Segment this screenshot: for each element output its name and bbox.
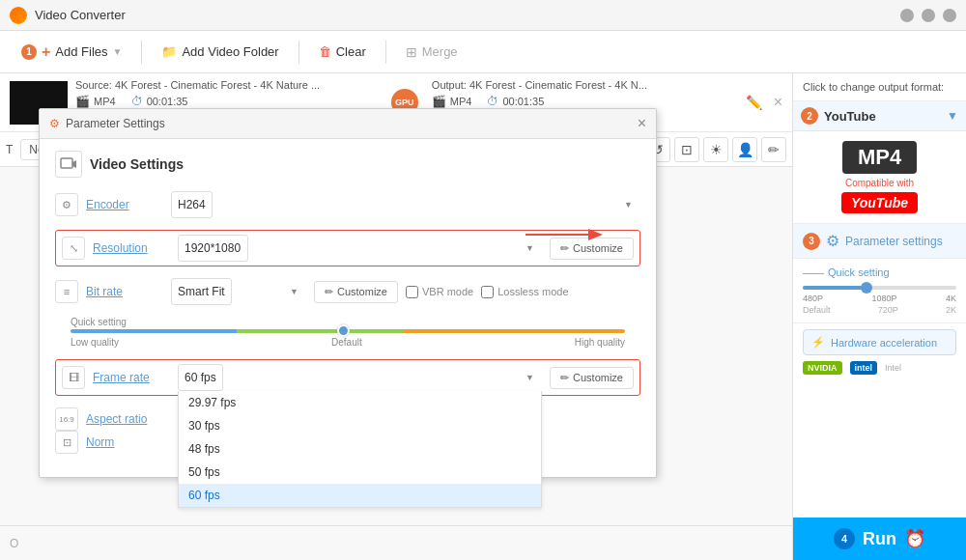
divider-3 (385, 41, 386, 64)
intel-badge: intel (850, 361, 878, 375)
crop-button[interactable]: ⊡ (674, 137, 699, 162)
output-format: 🎬 MP4 (432, 95, 472, 108)
format2-icon: 🎬 (432, 95, 446, 108)
qs-thumb[interactable] (861, 282, 872, 294)
resolution-select[interactable]: 1920*1080 (178, 235, 248, 262)
clock2-icon: ⏱ (487, 95, 498, 108)
encoder-label: Encoder (86, 198, 163, 211)
dropdown-item-48[interactable]: 48 fps (179, 437, 541, 461)
qs-1080p: 1080P (871, 294, 896, 303)
resolution-highlighted: ⤡ Resolution 1920*1080 ✏ Customize (55, 230, 640, 266)
qs-fill (803, 286, 865, 290)
vbr-input[interactable] (406, 286, 418, 298)
clear-button[interactable]: 🗑 Clear (307, 39, 378, 65)
hardware-acceleration-button[interactable]: ⚡ Hardware acceleration (803, 329, 956, 355)
aspect-ratio-label: Aspect ratio (86, 412, 163, 426)
bitrate-select[interactable]: Smart Fit (171, 278, 232, 305)
qs-labels-top: 480P 1080P 4K (803, 294, 956, 303)
quality-slider-container: Quick setting Low quality Default High q… (71, 317, 625, 348)
lossless-checkbox[interactable]: Lossless mode (481, 286, 568, 298)
format-selector[interactable]: 2 YouTube ▼ (793, 101, 966, 131)
window-controls (900, 9, 956, 22)
nvidia-badge: NVIDIA (803, 361, 842, 375)
lossless-input[interactable] (481, 286, 494, 298)
fr-cust-icon: ✏ (560, 372, 569, 384)
add-files-button[interactable]: 1 + Add Files ▼ (10, 38, 133, 67)
low-quality-label: Low quality (71, 337, 119, 348)
close-file-button[interactable]: × (774, 94, 782, 111)
vbr-checkbox[interactable]: VBR mode (406, 286, 473, 298)
quality-slider-thumb[interactable] (337, 324, 350, 337)
modal-close-button[interactable]: × (638, 115, 646, 132)
source-format: 🎬 MP4 (75, 95, 116, 108)
plus-icon: + (42, 43, 50, 61)
app-icon (10, 7, 27, 24)
resolution-customize-button[interactable]: ✏ Customize (550, 238, 634, 260)
dropdown-item-2997[interactable]: 29.97 fps (179, 391, 541, 414)
dropdown-item-60[interactable]: 60 fps (179, 484, 541, 507)
resolution-row: ⤡ Resolution 1920*1080 ✏ Customize (62, 235, 634, 262)
quick-setting-label: Quick setting (71, 317, 127, 327)
format-dropdown-icon[interactable]: ▼ (947, 109, 958, 123)
parameter-settings-modal: ⚙ Parameter Settings × Video Settings ⚙ (39, 108, 657, 478)
encoder-row: ⚙ Encoder H264 (55, 191, 640, 218)
bitrate-customize-button[interactable]: ✏ Customize (314, 281, 398, 303)
dropdown-item-30[interactable]: 30 fps (179, 414, 541, 437)
run-button[interactable]: 4 Run ⏰ (793, 518, 966, 560)
bitrate-label: Bit rate (86, 285, 163, 298)
qs-480p: 480P (803, 294, 823, 303)
bitrate-select-wrapper: Smart Fit (171, 278, 306, 305)
frame-rate-select-wrapper[interactable]: 60 fps 29.97 fps 30 fps 48 fps 50 fps 60… (178, 364, 542, 391)
svg-rect-0 (61, 158, 72, 168)
bitrate-cust-icon: ✏ (325, 286, 333, 298)
parameter-settings-button[interactable]: 3 ⚙ Parameter settings (793, 224, 966, 259)
section-header: Video Settings (55, 151, 640, 178)
filter-button[interactable]: ☀ (703, 137, 728, 162)
aspect-ratio-icon: 16:9 (55, 407, 78, 431)
format-name: YouTube (824, 109, 947, 124)
frame-rate-label: Frame rate (93, 371, 170, 384)
encoder-select[interactable]: H264 (171, 191, 213, 218)
merge-button[interactable]: ⊞ Merge (394, 39, 469, 66)
left-panel: Source: 4K Forest - Cinematic Forest - 4… (0, 73, 792, 560)
bottom-status: O (0, 525, 792, 560)
source-duration: ⏱ 00:01:35 (131, 95, 188, 108)
qs-labels-bottom: Default 720P 2K (803, 305, 956, 315)
resolution-select-wrapper: 1920*1080 (178, 235, 542, 262)
param-num: 3 (803, 233, 820, 250)
frame-rate-highlighted: 🎞 Frame rate 60 fps 29.97 fps 30 fps (55, 359, 640, 396)
clear-label: Clear (336, 44, 366, 59)
output-path: Output: 4K Forest - Cinematic Forest - 4… (432, 79, 734, 91)
qs-track (803, 286, 956, 290)
dropdown-item-50[interactable]: 50 fps (179, 461, 541, 484)
close-button[interactable] (943, 9, 956, 22)
watermark-button[interactable]: ✏ (761, 137, 786, 162)
quick-setting-panel: —— Quick setting 480P 1080P 4K Default 7… (793, 259, 966, 323)
frame-rate-dropdown: 29.97 fps 30 fps 48 fps 50 fps 60 fps (178, 391, 542, 508)
clock-icon: ⏱ (131, 95, 143, 108)
main-toolbar: 1 + Add Files ▼ 📁 Add Video Folder 🗑 Cle… (0, 31, 966, 73)
person-button[interactable]: 👤 (732, 137, 757, 162)
title-bar: Video Converter (0, 0, 966, 31)
hw-icon: ⚡ (811, 336, 825, 349)
restore-button[interactable] (922, 9, 935, 22)
minimize-button[interactable] (900, 9, 914, 22)
add-files-dropdown-icon[interactable]: ▼ (113, 46, 123, 57)
norm-label: Norm (86, 435, 163, 449)
default-label: Default (331, 337, 362, 348)
edit-output-icon[interactable]: ✏️ (746, 95, 762, 110)
modal-title-bar: ⚙ Parameter Settings × (40, 109, 656, 139)
frame-rate-select[interactable]: 60 fps (178, 364, 223, 391)
frame-rate-customize-button[interactable]: ✏ Customize (550, 367, 634, 389)
norm-icon: ⊡ (55, 431, 78, 454)
divider-2 (298, 41, 299, 64)
add-video-folder-button[interactable]: 📁 Add Video Folder (150, 39, 290, 65)
qs-4k: 4K (946, 294, 956, 303)
bitrate-icon: ≡ (55, 280, 78, 303)
modal-settings-icon: ⚙ (49, 117, 60, 130)
svg-marker-1 (72, 160, 76, 168)
slider-labels: Low quality Default High quality (71, 337, 625, 348)
app-title: Video Converter (35, 8, 900, 22)
compatible-text: Compatible with (845, 178, 914, 188)
video-settings-icon (55, 151, 82, 178)
